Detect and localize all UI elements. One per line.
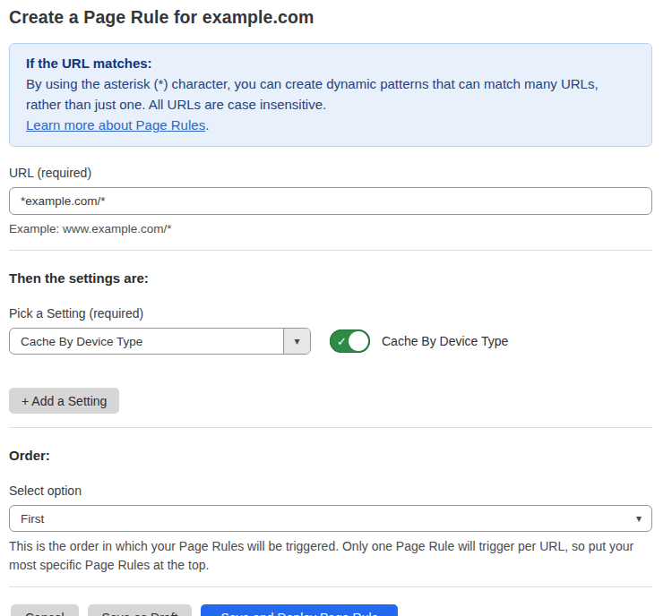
url-example-helper: Example: www.example.com/*	[9, 222, 652, 235]
cancel-button[interactable]: Cancel	[11, 604, 79, 616]
url-match-info-box: If the URL matches: By using the asteris…	[9, 43, 652, 147]
setting-picker-value: Cache By Device Type	[10, 335, 283, 348]
order-section-heading: Order:	[9, 448, 652, 463]
setting-picker-label: Pick a Setting (required)	[9, 306, 652, 321]
page-title: Create a Page Rule for example.com	[9, 7, 652, 28]
info-box-body: By using the asterisk (*) character, you…	[26, 73, 635, 115]
toggle-knob	[349, 331, 368, 351]
setting-toggle-label: Cache By Device Type	[382, 334, 508, 348]
section-divider	[9, 427, 652, 428]
info-box-heading: If the URL matches:	[26, 53, 635, 73]
footer-divider	[9, 586, 652, 587]
order-description: This is the order in which your Page Rul…	[9, 537, 652, 575]
url-input[interactable]	[9, 187, 652, 215]
setting-picker-caret-button[interactable]: ▾	[283, 329, 310, 354]
save-deploy-button[interactable]: Save and Deploy Page Rule	[201, 604, 398, 616]
order-select-value: First	[10, 512, 636, 526]
learn-more-link[interactable]: Learn more about Page Rules	[26, 117, 205, 133]
footer-actions: Cancel Save as Draft Save and Deploy Pag…	[11, 604, 652, 616]
link-suffix: .	[205, 117, 209, 133]
chevron-down-icon: ▾	[294, 336, 299, 346]
page-rule-form: Create a Page Rule for example.com If th…	[0, 0, 672, 616]
order-caret-wrap: ▾	[636, 513, 651, 524]
setting-picker-dropdown[interactable]: Cache By Device Type ▾	[9, 328, 311, 355]
check-icon: ✓	[337, 336, 347, 347]
settings-section-heading: Then the settings are:	[9, 270, 652, 286]
order-select-dropdown[interactable]: First ▾	[9, 505, 652, 532]
url-field-label: URL (required)	[9, 166, 652, 180]
info-box-link-line: Learn more about Page Rules.	[26, 115, 635, 135]
section-divider	[9, 250, 652, 251]
order-select-label: Select option	[9, 483, 652, 498]
save-draft-button[interactable]: Save as Draft	[88, 604, 193, 616]
chevron-down-icon: ▾	[636, 513, 642, 524]
setting-toggle[interactable]: ✓	[330, 329, 370, 353]
setting-row: Cache By Device Type ▾ ✓ Cache By Device…	[9, 328, 652, 355]
add-setting-button[interactable]: + Add a Setting	[9, 388, 119, 414]
